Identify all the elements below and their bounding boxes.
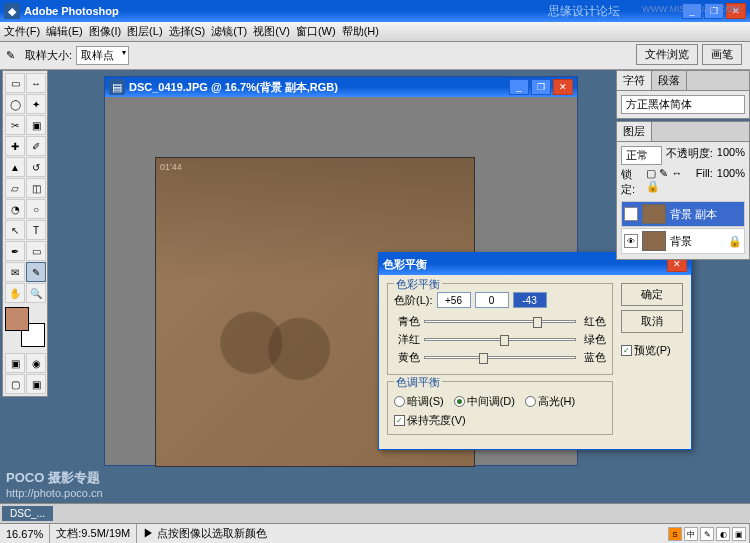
- radio-shadows[interactable]: 暗调(S): [394, 394, 444, 409]
- menu-filter[interactable]: 滤镜(T): [211, 24, 247, 39]
- dodge-tool[interactable]: ○: [26, 199, 46, 219]
- checkbox-preserve-luminosity[interactable]: 保持亮度(V): [394, 413, 606, 428]
- menu-image[interactable]: 图像(I): [89, 24, 121, 39]
- cancel-button[interactable]: 取消: [621, 310, 683, 333]
- zoom-tool[interactable]: 🔍: [26, 283, 46, 303]
- menubar: 文件(F) 编辑(E) 图像(I) 图层(L) 选择(S) 滤镜(T) 视图(V…: [0, 22, 750, 42]
- opacity-value[interactable]: 100%: [717, 146, 745, 165]
- slider-cyan-red[interactable]: [424, 320, 576, 323]
- system-tray: S 中 ✎ ◐ ▣: [668, 527, 746, 541]
- menu-view[interactable]: 视图(V): [253, 24, 290, 39]
- screen-mode-2[interactable]: ▣: [26, 374, 46, 394]
- tab-brushes[interactable]: 画笔: [702, 44, 742, 65]
- layer-row-1[interactable]: 👁 背景 🔒: [621, 228, 745, 254]
- shape-tool[interactable]: ▭: [26, 241, 46, 261]
- doc-size: 文档:9.5M/19M: [50, 524, 137, 543]
- eraser-tool[interactable]: ▱: [5, 178, 25, 198]
- eyedropper-icon[interactable]: ✎: [6, 49, 15, 62]
- tray-icon[interactable]: ▣: [732, 527, 746, 541]
- stamp-tool[interactable]: ▲: [5, 157, 25, 177]
- font-select[interactable]: 方正黑体简体: [621, 95, 745, 114]
- level-input-2[interactable]: [513, 292, 547, 308]
- group2-legend: 色调平衡: [394, 375, 442, 390]
- tray-icon[interactable]: 中: [684, 527, 698, 541]
- tray-icon[interactable]: ◐: [716, 527, 730, 541]
- menu-edit[interactable]: 编辑(E): [46, 24, 83, 39]
- heal-tool[interactable]: ✚: [5, 136, 25, 156]
- ok-button[interactable]: 确定: [621, 283, 683, 306]
- doc-icon: ▤: [109, 79, 125, 95]
- tray-icon[interactable]: S: [668, 527, 682, 541]
- document-tabs: DSC_...: [0, 503, 750, 523]
- type-tool[interactable]: T: [26, 220, 46, 240]
- lock-label: 锁定:: [621, 167, 642, 197]
- pen-tool[interactable]: ✒: [5, 241, 25, 261]
- color-swatches[interactable]: [5, 307, 45, 347]
- zoom-level[interactable]: 16.67%: [0, 524, 50, 543]
- toolbox: ▭ ↔ ◯ ✦ ✂ ▣ ✚ ✐ ▲ ↺ ▱ ◫ ◔ ○ ↖ T ✒ ▭ ✉ ✎ …: [2, 70, 48, 397]
- canvas-badge: 01'44: [160, 162, 182, 172]
- blur-tool[interactable]: ◔: [5, 199, 25, 219]
- marquee-tool[interactable]: ▭: [5, 73, 25, 93]
- standard-mode[interactable]: ▣: [5, 353, 25, 373]
- foreground-color[interactable]: [5, 307, 29, 331]
- doc-minimize-button[interactable]: _: [509, 79, 529, 95]
- lasso-tool[interactable]: ◯: [5, 94, 25, 114]
- lock-icon: 🔒: [728, 235, 742, 248]
- forum-url: WWW.MISSYUAN.COM: [642, 4, 740, 14]
- tab-file-browser[interactable]: 文件浏览: [636, 44, 698, 65]
- menu-layer[interactable]: 图层(L): [127, 24, 162, 39]
- doc-tab[interactable]: DSC_...: [2, 506, 53, 521]
- opacity-label: 不透明度:: [666, 146, 713, 165]
- tab-layers[interactable]: 图层: [617, 122, 652, 141]
- lock-icons[interactable]: ▢ ✎ ↔ 🔒: [646, 167, 691, 197]
- tab-paragraph[interactable]: 段落: [652, 71, 687, 90]
- color-balance-dialog: 色彩平衡 ✕ 色彩平衡 色阶(L): 青色 红色 洋红: [378, 252, 692, 450]
- forum-watermark: 思缘设计论坛: [548, 3, 620, 20]
- eyedropper-tool[interactable]: ✎: [26, 262, 46, 282]
- brush-tool[interactable]: ✐: [26, 136, 46, 156]
- hand-tool[interactable]: ✋: [5, 283, 25, 303]
- quickmask-mode[interactable]: ◉: [26, 353, 46, 373]
- wand-tool[interactable]: ✦: [26, 94, 46, 114]
- screen-mode-1[interactable]: ▢: [5, 374, 25, 394]
- poco-watermark: POCO 摄影专题 http://photo.poco.cn: [6, 469, 103, 499]
- slider0-left: 青色: [394, 314, 420, 329]
- blend-mode-select[interactable]: 正常: [621, 146, 662, 165]
- slider-magenta-green[interactable]: [424, 338, 576, 341]
- notes-tool[interactable]: ✉: [5, 262, 25, 282]
- level-input-1[interactable]: [475, 292, 509, 308]
- layer-thumb: [642, 231, 666, 251]
- sample-size-select[interactable]: 取样点: [76, 46, 129, 65]
- menu-help[interactable]: 帮助(H): [342, 24, 379, 39]
- path-tool[interactable]: ↖: [5, 220, 25, 240]
- visibility-icon[interactable]: 👁: [624, 234, 638, 248]
- fill-value[interactable]: 100%: [717, 167, 745, 197]
- layer-row-0[interactable]: 👁 背景 副本: [621, 201, 745, 227]
- slider1-right: 绿色: [580, 332, 606, 347]
- slider1-left: 洋红: [394, 332, 420, 347]
- slider-yellow-blue[interactable]: [424, 356, 576, 359]
- move-tool[interactable]: ↔: [26, 73, 46, 93]
- tone-balance-group: 色调平衡 暗调(S) 中间调(D) 高光(H) 保持亮度(V): [387, 381, 613, 435]
- tray-icon[interactable]: ✎: [700, 527, 714, 541]
- menu-file[interactable]: 文件(F): [4, 24, 40, 39]
- menu-window[interactable]: 窗口(W): [296, 24, 336, 39]
- radio-midtones[interactable]: 中间调(D): [454, 394, 515, 409]
- visibility-icon[interactable]: 👁: [624, 207, 638, 221]
- doc-close-button[interactable]: ✕: [553, 79, 573, 95]
- doc-maximize-button[interactable]: ❐: [531, 79, 551, 95]
- menu-select[interactable]: 选择(S): [169, 24, 206, 39]
- level-input-0[interactable]: [437, 292, 471, 308]
- group1-legend: 色彩平衡: [394, 277, 442, 292]
- slice-tool[interactable]: ▣: [26, 115, 46, 135]
- tab-character[interactable]: 字符: [617, 71, 652, 90]
- radio-highlights[interactable]: 高光(H): [525, 394, 575, 409]
- checkbox-preview[interactable]: 预览(P): [621, 343, 683, 358]
- layer-name: 背景 副本: [670, 207, 717, 222]
- crop-tool[interactable]: ✂: [5, 115, 25, 135]
- gradient-tool[interactable]: ◫: [26, 178, 46, 198]
- history-brush-tool[interactable]: ↺: [26, 157, 46, 177]
- sample-label: 取样大小:: [25, 48, 72, 63]
- layer-name: 背景: [670, 234, 692, 249]
